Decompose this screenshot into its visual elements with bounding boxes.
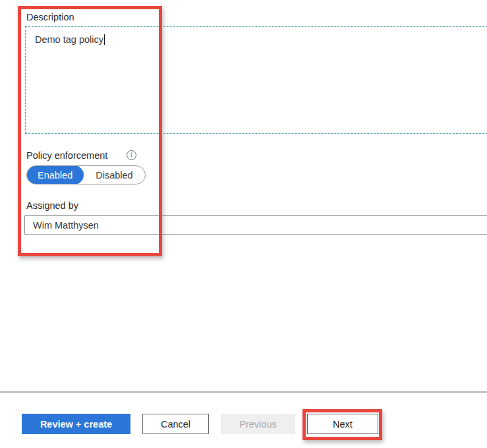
assigned-by-label: Assigned by <box>26 200 78 211</box>
toggle-option-disabled[interactable]: Disabled <box>84 166 144 184</box>
text-caret <box>104 34 105 45</box>
policy-enforcement-toggle: Enabled Disabled <box>26 165 146 184</box>
footer-divider <box>0 391 487 393</box>
description-value: Demo tag policy <box>35 34 103 45</box>
review-create-button[interactable]: Review + create <box>22 414 130 434</box>
next-button[interactable]: Next <box>307 414 378 434</box>
policy-enforcement-label: Policy enforcement <box>26 150 107 161</box>
previous-button: Previous <box>221 414 295 434</box>
toggle-option-enabled[interactable]: Enabled <box>26 165 84 184</box>
cancel-button[interactable]: Cancel <box>142 414 209 434</box>
description-label: Description <box>26 12 74 22</box>
policy-wizard-page: { "form": { "description": { "label": "D… <box>0 0 487 448</box>
description-textarea[interactable]: Demo tag policy <box>25 26 487 134</box>
assigned-by-input[interactable] <box>24 215 487 235</box>
info-icon[interactable]: i <box>127 150 136 160</box>
